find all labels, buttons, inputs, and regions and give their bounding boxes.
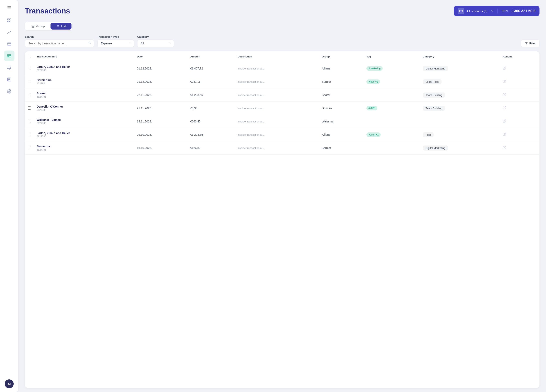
description-cell: invoice transaction at... — [235, 102, 319, 115]
svg-rect-6 — [10, 21, 11, 22]
select-all-checkbox[interactable] — [28, 55, 31, 58]
transaction-id: 123394 — [37, 82, 131, 85]
group-cell: Bernier — [319, 141, 364, 155]
group-cell: Bernier — [319, 75, 364, 88]
transaction-info-cell: Larkin, Zulauf and Heller 5827785 — [34, 128, 134, 141]
tag-badge: #2023 — [366, 106, 377, 111]
group-cell: Sporer — [319, 88, 364, 102]
search-input[interactable] — [25, 39, 94, 47]
row-checkbox[interactable] — [28, 120, 31, 123]
filters-row: Search Transaction Type Expense Income — [25, 35, 540, 47]
group-toggle-button[interactable]: Group — [26, 23, 51, 30]
edit-icon[interactable] — [503, 107, 506, 110]
tag-cell — [364, 141, 420, 155]
date-cell: 01.12.2023. — [134, 75, 187, 88]
transaction-id: 5827785 — [37, 69, 131, 72]
date-cell: 01.12.2023. — [134, 62, 187, 75]
row-checkbox[interactable] — [28, 80, 31, 83]
amount-cell: €9,99 — [187, 102, 235, 115]
svg-rect-20 — [32, 25, 33, 26]
sidebar-item-cards[interactable] — [4, 39, 14, 49]
actions-cell — [500, 75, 540, 88]
edit-icon[interactable] — [503, 93, 506, 97]
search-icon — [88, 41, 92, 46]
sidebar-item-dashboard[interactable] — [4, 15, 14, 26]
menu-icon[interactable] — [5, 4, 13, 12]
amount-cell: €231,16 — [187, 75, 235, 88]
table-row: Weissnat - Lemke 5827785 14.11.2023. €66… — [25, 115, 540, 128]
accounts-button[interactable]: All accounts (3) TOTAL 1.306.321,56 € — [454, 6, 540, 16]
select-all-col — [25, 51, 34, 62]
accounts-label: All accounts (3) — [466, 9, 487, 13]
search-input-wrap — [25, 39, 94, 47]
sidebar-item-transactions[interactable] — [4, 51, 14, 61]
amount-cell: €1.407,72 — [187, 62, 235, 75]
transaction-name: Weissnat - Lemke — [37, 118, 131, 121]
edit-icon[interactable] — [503, 146, 506, 150]
col-tag: Tag — [364, 51, 420, 62]
transaction-name: Bernier Inc — [37, 78, 131, 82]
transaction-name: Larkin, Zulauf and Heller — [37, 131, 131, 135]
table-row: Larkin, Zulauf and Heller 5827785 01.12.… — [25, 62, 540, 75]
search-label: Search — [25, 35, 94, 38]
date-cell: 29.10.2023. — [134, 128, 187, 141]
tag-badge: #John +1 — [366, 132, 381, 137]
actions-cell — [500, 88, 540, 102]
row-checkbox[interactable] — [28, 67, 31, 70]
actions-cell — [500, 141, 540, 155]
description-cell: invoice transaction at... — [235, 62, 319, 75]
table-row: Sporer 5827785 22.11.2023. €1.203,55 inv… — [25, 88, 540, 102]
svg-rect-8 — [7, 43, 11, 46]
transaction-info-cell: Sporer 5827785 — [34, 88, 134, 102]
date-cell: 21.11.2023. — [134, 102, 187, 115]
row-checkbox-cell — [25, 62, 34, 75]
sidebar-item-reports[interactable] — [4, 74, 14, 85]
col-date: Date — [134, 51, 187, 62]
category-badge: Digital Marketing — [423, 145, 448, 150]
transactions-table: Transaction info Date Amount Description… — [25, 51, 540, 155]
tag-cell: #2023 — [364, 102, 420, 115]
edit-icon[interactable] — [503, 120, 506, 123]
transaction-id: 5827785 — [37, 135, 131, 138]
row-checkbox[interactable] — [28, 106, 31, 110]
filter-icon — [525, 42, 528, 45]
transaction-name: Larkin, Zulauf and Heller — [37, 65, 131, 68]
table-row: Denesik - O'Conner 5827785 21.11.2023. €… — [25, 102, 540, 115]
transaction-name: Berner Inc — [37, 145, 131, 148]
row-checkbox[interactable] — [28, 133, 31, 136]
amount-cell: €1.203,55 — [187, 88, 235, 102]
tag-badge: #fees +1 — [366, 79, 380, 84]
description-cell: invoice transaction at... — [235, 115, 319, 128]
list-toggle-button[interactable]: List — [51, 23, 72, 30]
transactions-table-container: Transaction info Date Amount Description… — [25, 51, 540, 388]
row-checkbox[interactable] — [28, 93, 31, 96]
accounts-icon — [458, 8, 464, 14]
transaction-id: 5827785 — [37, 95, 131, 98]
category-cell: Team Building — [420, 88, 500, 102]
row-checkbox-cell — [25, 115, 34, 128]
group-cell: Allianz — [319, 128, 364, 141]
transaction-id: 5827785 — [37, 109, 131, 111]
svg-rect-3 — [7, 19, 9, 20]
tag-cell: #fees +1 — [364, 75, 420, 88]
actions-cell — [500, 102, 540, 115]
col-category: Category — [420, 51, 500, 62]
category-select[interactable]: All Digital Marketing Legal Fees Team Bu… — [137, 39, 174, 47]
category-cell: Digital Marketing — [420, 141, 500, 155]
edit-icon[interactable] — [503, 67, 506, 70]
edit-icon[interactable] — [503, 133, 506, 137]
avatar[interactable]: AI — [5, 379, 14, 388]
row-checkbox[interactable] — [28, 146, 31, 149]
transaction-info-cell: Berner Inc 5827785 — [34, 141, 134, 155]
transaction-info-cell: Weissnat - Lemke 5827785 — [34, 115, 134, 128]
category-badge: Fuel — [423, 132, 434, 137]
edit-icon[interactable] — [503, 80, 506, 84]
sidebar-item-notifications[interactable] — [4, 62, 14, 73]
svg-rect-21 — [33, 25, 34, 26]
type-select[interactable]: Expense Income — [97, 39, 134, 47]
date-cell: 22.11.2023. — [134, 88, 187, 102]
type-label: Transaction Type — [97, 35, 134, 38]
sidebar-item-analytics[interactable] — [4, 27, 14, 38]
sidebar-item-settings[interactable] — [4, 86, 14, 97]
filter-button[interactable]: Filter — [521, 39, 540, 47]
